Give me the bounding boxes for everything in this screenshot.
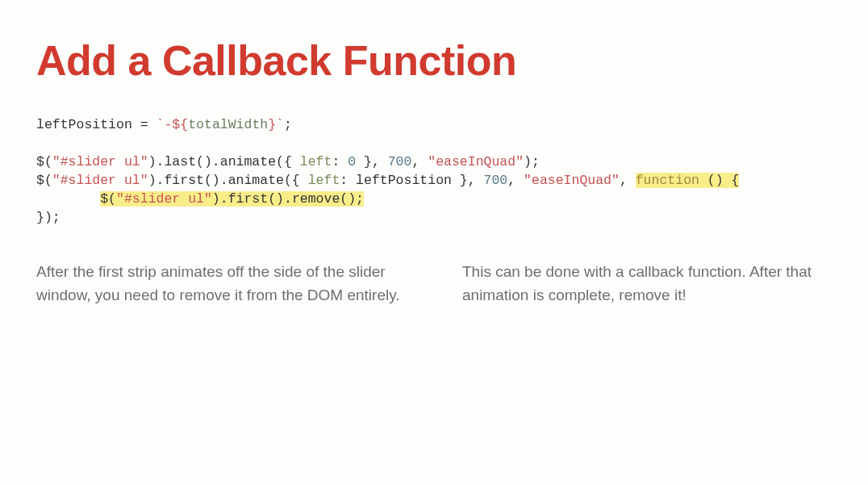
- explanation-columns: After the first strip animates off the s…: [36, 260, 832, 307]
- left-column-text: After the first strip animates off the s…: [36, 260, 406, 307]
- right-column-text: This can be done with a callback functio…: [462, 260, 832, 307]
- code-line-3: $("#slider ul").last().animate({ left: 0…: [36, 154, 540, 169]
- code-line-4: $("#slider ul").first().animate({ left: …: [36, 173, 739, 188]
- slide-title: Add a Callback Function: [36, 36, 832, 85]
- code-block: leftPosition = `-${totalWidth}`; $("#sli…: [36, 115, 832, 228]
- code-line-6: });: [36, 210, 61, 225]
- code-line-1: leftPosition = `-${totalWidth}`;: [36, 117, 292, 132]
- code-line-5: $("#slider ul").first().remove();: [36, 191, 364, 207]
